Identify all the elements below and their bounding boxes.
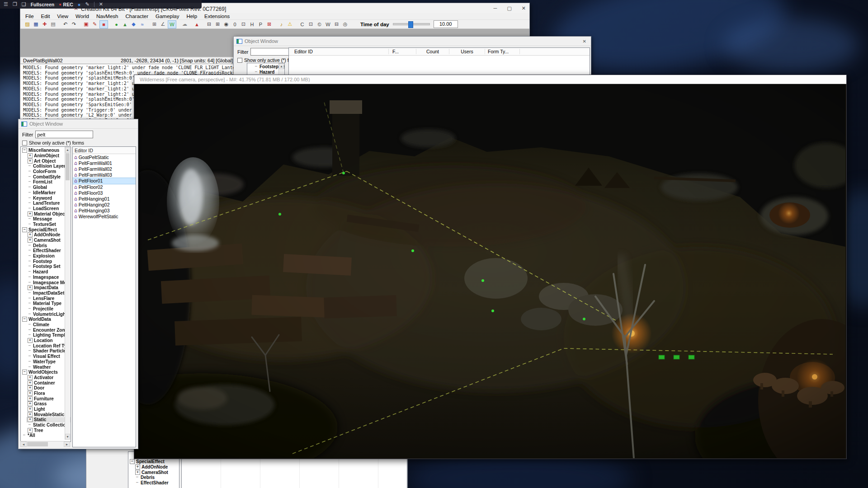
tree-item[interactable]: ImpactDataSet — [26, 291, 71, 296]
snap-angle-icon[interactable]: ∠ — [159, 21, 167, 28]
category-tree-pane[interactable]: MiscellaneousAnimObjectArt ObjectCollisi… — [20, 146, 71, 442]
navmesh-icon[interactable]: ▲ — [193, 21, 201, 28]
tree-item[interactable]: Footstep — [26, 258, 71, 264]
water-display-icon[interactable]: W — [168, 20, 176, 28]
column-editor-id[interactable]: Editor ID — [289, 49, 389, 54]
open-plugin-icon[interactable]: ▨ — [24, 21, 31, 28]
list-item[interactable]: ⌂PeltFloor03 — [73, 190, 136, 196]
webcam-icon[interactable]: ● — [78, 2, 81, 7]
fullscreen-button[interactable]: Fullscreen — [31, 2, 55, 7]
tree-item[interactable]: CameraShot — [134, 469, 179, 475]
reset-render-icon[interactable]: 0 — [231, 21, 239, 28]
filter-input[interactable] — [35, 131, 93, 138]
tree-item[interactable]: WorldData — [21, 317, 71, 322]
recorder-close-icon[interactable]: ✕ — [99, 1, 103, 7]
tree-item[interactable]: Footstep Set — [26, 264, 71, 269]
menu-item[interactable]: NavMesh — [93, 14, 122, 19]
undo-icon[interactable]: ↶ — [61, 21, 69, 28]
list-item[interactable]: ⌂PeltFloor01 — [73, 178, 136, 184]
tree-item[interactable]: Tree — [26, 427, 71, 433]
tree-item[interactable]: WorldObjects — [21, 370, 71, 375]
menu-item[interactable]: Edit — [38, 14, 53, 19]
column-editor-id[interactable]: Editor ID — [73, 147, 136, 154]
close-icon[interactable]: ✕ — [581, 39, 588, 44]
menu-item[interactable]: File — [22, 14, 37, 19]
tree-item[interactable]: *All — [21, 433, 71, 438]
version-info-icon[interactable]: © — [316, 21, 323, 28]
list-item[interactable]: ⌂PeltHanging03 — [73, 208, 136, 214]
list-item[interactable]: ⌂PeltHanging01 — [73, 196, 136, 202]
tree-item[interactable]: Message — [26, 216, 71, 222]
papyrus-icon[interactable]: P — [257, 21, 264, 28]
tree-item[interactable]: CombatStyle — [26, 174, 71, 179]
render-window-titlebar[interactable]: Wilderness [Free camera, perspective] - … — [134, 75, 846, 84]
tree-item[interactable]: WaterType — [26, 359, 71, 365]
tree-item[interactable]: Activator — [26, 375, 71, 380]
tree-item[interactable]: Visual Effect — [26, 354, 71, 359]
tree-item[interactable]: Art Object — [26, 158, 71, 164]
object-windows-icon[interactable]: H — [248, 21, 256, 28]
tree-item[interactable]: EffectShader — [134, 480, 179, 486]
tree-item[interactable]: CameraShot — [26, 238, 71, 243]
tree-item[interactable]: Debris — [134, 475, 179, 480]
tree-item[interactable]: MovableStatic — [26, 412, 71, 417]
tree-item[interactable]: Static Collection — [26, 422, 71, 428]
preferences-icon[interactable]: ▤ — [49, 21, 57, 28]
tree-item[interactable]: Flora — [26, 391, 71, 396]
time-of-day-handle[interactable] — [408, 21, 413, 28]
tree-item[interactable]: Lighting Templat — [26, 333, 71, 338]
tree-item[interactable]: Shader Particle — [26, 348, 71, 354]
tree-item[interactable]: VolumetricLighti — [26, 311, 71, 317]
list-item[interactable]: ⌂PeltFarmWall01 — [73, 160, 136, 166]
portal-mode-icon[interactable]: ■ — [99, 20, 108, 28]
list-item[interactable]: ⌂PeltFloor02 — [73, 184, 136, 190]
time-of-day-slider[interactable] — [393, 23, 430, 25]
save-plugin-icon[interactable]: ▦ — [32, 21, 40, 28]
tree-item[interactable]: Explosion — [26, 253, 71, 259]
tree-item[interactable]: Material Object — [26, 211, 71, 216]
tree-item[interactable]: SpecialEffect — [21, 227, 71, 232]
tree-item[interactable]: Grass — [26, 401, 71, 407]
list-item[interactable]: ⌂PeltFarmWall02 — [73, 166, 136, 172]
menu-item[interactable]: Character — [122, 14, 151, 19]
menu-item[interactable]: Gameplay — [152, 14, 182, 19]
warnings-icon[interactable]: ⚠ — [286, 21, 294, 28]
tree-item[interactable]: ImpactData — [26, 285, 71, 291]
column-form-type[interactable]: Form Ty... — [485, 49, 520, 54]
annotate-pencil-icon[interactable]: ✎ — [85, 1, 89, 7]
tree-item[interactable]: AddOnNode — [26, 232, 71, 238]
show-only-active-checkbox[interactable] — [237, 58, 242, 63]
tree-item[interactable]: Encounter Zone — [26, 327, 71, 333]
column-users[interactable]: Users — [449, 49, 485, 54]
tree-item[interactable]: LandTexture — [26, 201, 71, 206]
column-f[interactable]: F... — [389, 49, 416, 54]
sound-marker-icon[interactable]: ♪ — [278, 21, 285, 28]
tree-item[interactable]: Miscellaneous — [21, 148, 71, 153]
close-button[interactable]: ✕ — [522, 5, 526, 11]
dialogue-icon[interactable]: ☁ — [181, 21, 189, 28]
object-window-left-titlebar[interactable]: Object Window — [19, 119, 138, 129]
tree-item[interactable]: Material Type — [26, 301, 71, 306]
tree-item[interactable]: EffectShader — [26, 248, 71, 253]
fx-toggle-icon[interactable]: ≈ — [138, 21, 146, 28]
tree-item[interactable]: Container — [26, 380, 71, 385]
snap-grid-icon[interactable]: ⊞ — [151, 21, 158, 28]
tree-item[interactable]: Door — [26, 385, 71, 391]
tree-item[interactable]: SpecialEffect — [128, 459, 179, 465]
tree-item[interactable]: Light — [26, 407, 71, 412]
tree-item[interactable]: Debris — [26, 243, 71, 248]
viewport-scene[interactable] — [134, 84, 845, 458]
landscape-edit-icon[interactable]: ▲ — [121, 21, 129, 28]
menu-item[interactable]: World — [72, 14, 92, 19]
object-window-icon[interactable]: ⊞ — [214, 21, 222, 28]
version-control-icon[interactable]: ✚ — [41, 21, 48, 28]
render-viewport[interactable] — [134, 84, 846, 459]
maximize-button[interactable]: ▢ — [507, 5, 511, 11]
recorder-layout-icon[interactable]: ❐ — [13, 1, 17, 7]
tree-item[interactable]: AddOnNode — [134, 465, 179, 470]
show-only-active-checkbox[interactable] — [22, 141, 27, 145]
tree-item[interactable]: Global — [26, 185, 71, 190]
stop-icon[interactable]: ◎ — [341, 21, 349, 28]
cell-view-icon[interactable]: ⊟ — [205, 21, 213, 28]
weapon-window-icon[interactable]: W — [324, 21, 332, 28]
